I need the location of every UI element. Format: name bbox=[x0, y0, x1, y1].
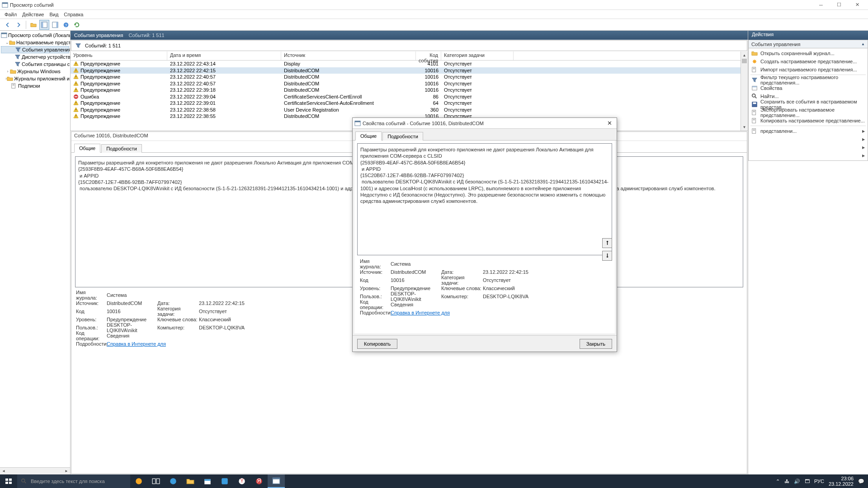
tree-hscrollbar[interactable]: ◄► bbox=[0, 467, 70, 474]
tree-item-admin-events[interactable]: События управления bbox=[22, 47, 71, 52]
tray-clock[interactable]: 23:06 23.12.2022 bbox=[829, 476, 854, 487]
table-row[interactable]: Предупреждение23.12.2022 22:40:57Distrib… bbox=[71, 80, 748, 87]
tray-lang[interactable]: РУС bbox=[814, 479, 824, 484]
col-task[interactable]: Категория задачи bbox=[441, 52, 514, 60]
dialog-close-button[interactable]: ✕ bbox=[604, 120, 615, 127]
dialog-tab-details[interactable]: Подробности bbox=[382, 132, 423, 141]
funnel-icon bbox=[14, 54, 21, 60]
col-level[interactable]: Уровень bbox=[71, 52, 167, 60]
close-button[interactable]: ✕ bbox=[848, 0, 866, 10]
actions-header: Действия bbox=[748, 31, 868, 40]
taskbar-edge[interactable] bbox=[165, 474, 182, 488]
taskbar-app-3[interactable]: Y bbox=[233, 474, 250, 488]
table-row[interactable]: Ошибка23.12.2022 22:39:04CertificateServ… bbox=[71, 94, 748, 100]
dialog-title-bar[interactable]: Свойства событий - Событие 10016, Distri… bbox=[353, 118, 617, 129]
menu-action[interactable]: Действие bbox=[19, 12, 47, 17]
help-link[interactable]: Справка в Интернете для bbox=[107, 341, 166, 347]
title-bar: Просмотр событий ─ ☐ ✕ bbox=[0, 0, 868, 10]
funnel-icon bbox=[15, 47, 21, 53]
folder-icon bbox=[10, 68, 16, 75]
menu-view[interactable]: Вид bbox=[47, 12, 61, 17]
refresh-button[interactable] bbox=[72, 20, 82, 30]
dialog-description[interactable]: Параметры разрешений для конкретного при… bbox=[357, 143, 612, 255]
col-date[interactable]: Дата и время bbox=[167, 52, 281, 60]
taskbar[interactable]: Введите здесь текст для поиска Y Я ⌃ 🖧 🔊… bbox=[0, 474, 868, 488]
prev-event-button[interactable]: 🠕 bbox=[602, 238, 612, 248]
tree-pane-toggle[interactable] bbox=[39, 20, 49, 30]
tray-battery-icon[interactable]: 🗔 bbox=[805, 479, 810, 484]
menu-file[interactable]: Файл bbox=[2, 12, 19, 17]
svg-point-28 bbox=[170, 478, 176, 484]
tree-app-logs[interactable]: Журналы приложений и сл bbox=[14, 76, 71, 81]
copy-button[interactable]: Копировать bbox=[357, 339, 397, 349]
tree-windows-logs[interactable]: Журналы Windows bbox=[17, 69, 61, 74]
folder-icon bbox=[9, 39, 15, 46]
tray-chevron-icon[interactable]: ⌃ bbox=[776, 479, 780, 484]
help-button[interactable] bbox=[61, 20, 71, 30]
dialog-help-link[interactable]: Справка в Интернете для bbox=[391, 310, 450, 315]
center-header: События управления Событий: 1 511 bbox=[71, 31, 748, 40]
svg-rect-30 bbox=[204, 479, 211, 481]
tree-root[interactable]: Просмотр событий (Локальны bbox=[8, 33, 71, 38]
taskbar-app-4[interactable]: Я bbox=[250, 474, 268, 488]
close-dialog-button[interactable]: Закрыть bbox=[580, 339, 612, 349]
actions-pane: Действия События управления▲ Открыть сох… bbox=[748, 31, 868, 474]
funnel-icon bbox=[75, 42, 81, 49]
tray-volume-icon[interactable]: 🔊 bbox=[794, 479, 800, 484]
action-item[interactable]: Экспортировать настраиваемое представлен… bbox=[749, 108, 868, 117]
taskbar-search[interactable]: Введите здесь текст для поиска bbox=[17, 474, 130, 488]
next-event-button[interactable]: 🠗 bbox=[602, 251, 612, 261]
grid-vscrollbar[interactable]: ▲ ▼ bbox=[741, 52, 748, 131]
action-item[interactable]: представлени...▶ bbox=[749, 127, 868, 135]
tree-custom-views[interactable]: Настраиваемые представлен bbox=[16, 40, 71, 45]
action-item[interactable]: ▶ bbox=[749, 151, 868, 160]
system-tray[interactable]: ⌃ 🖧 🔊 🗔 РУС 23:06 23.12.2022 💬 bbox=[772, 476, 868, 487]
action-item[interactable]: Импорт настраиваемого представления... bbox=[749, 66, 868, 74]
action-item[interactable]: ▶ bbox=[749, 143, 868, 151]
table-row[interactable]: Предупреждение23.12.2022 22:38:58User De… bbox=[71, 107, 748, 113]
center-title: События управления bbox=[74, 33, 123, 38]
notifications-icon[interactable]: 💬 bbox=[858, 479, 864, 484]
taskbar-app-2[interactable] bbox=[216, 474, 233, 488]
tree-subscriptions[interactable]: Подписки bbox=[18, 83, 40, 89]
col-source[interactable]: Источник bbox=[281, 52, 416, 60]
tool-bar bbox=[0, 19, 868, 31]
menu-help[interactable]: Справка bbox=[61, 12, 86, 17]
action-item[interactable]: Копировать настраиваемое представление..… bbox=[749, 117, 868, 125]
dialog-tab-general[interactable]: Общие bbox=[355, 131, 382, 141]
table-row[interactable]: Предупреждение23.12.2022 22:39:18Distrib… bbox=[71, 87, 748, 94]
tree-item-device-mgr[interactable]: Диспетчер устройств - / bbox=[22, 54, 71, 60]
start-button[interactable] bbox=[0, 474, 17, 488]
taskbar-app-1[interactable] bbox=[130, 474, 147, 488]
tab-general[interactable]: Общие bbox=[74, 144, 100, 153]
minimize-button[interactable]: ─ bbox=[812, 0, 830, 10]
tab-details[interactable]: Подробности bbox=[101, 144, 142, 153]
col-id[interactable]: Код события bbox=[416, 52, 441, 60]
taskbar-event-viewer[interactable] bbox=[268, 474, 285, 488]
tree-item-page-events[interactable]: События страницы сво bbox=[22, 61, 71, 67]
svg-rect-27 bbox=[156, 479, 160, 483]
maximize-button[interactable]: ☐ bbox=[830, 0, 848, 10]
tray-network-icon[interactable]: 🖧 bbox=[784, 479, 789, 484]
table-row[interactable]: Предупреждение23.12.2022 22:42:15Distrib… bbox=[71, 67, 748, 74]
taskbar-store[interactable] bbox=[199, 474, 216, 488]
action-item[interactable]: Открыть сохраненный журнал... bbox=[749, 49, 868, 57]
svg-point-25 bbox=[136, 478, 142, 484]
action-item[interactable]: Создать настраиваемое представление... bbox=[749, 57, 868, 66]
table-row[interactable]: Предупреждение23.12.2022 22:39:01Certifi… bbox=[71, 100, 748, 107]
taskbar-explorer[interactable] bbox=[182, 474, 199, 488]
nav-back-button[interactable] bbox=[3, 20, 13, 30]
filter-count: Событий: 1 511 bbox=[85, 43, 121, 48]
filter-bar: Событий: 1 511 bbox=[71, 40, 747, 51]
open-folder-button[interactable] bbox=[28, 20, 38, 30]
root-icon bbox=[1, 32, 7, 38]
actions-pane-toggle[interactable] bbox=[50, 20, 60, 30]
task-view-button[interactable] bbox=[147, 474, 165, 488]
table-row[interactable]: Предупреждение23.12.2022 22:40:57Distrib… bbox=[71, 74, 748, 80]
action-item[interactable]: Фильтр текущего настраиваемого представл… bbox=[749, 76, 868, 84]
grid-header[interactable]: Уровень Дата и время Источник Код событи… bbox=[71, 52, 748, 61]
table-row[interactable]: Предупреждение23.12.2022 22:43:14Display… bbox=[71, 61, 748, 67]
navigation-tree[interactable]: Просмотр событий (Локальны ⌄Настраиваемы… bbox=[0, 31, 71, 474]
nav-forward-button[interactable] bbox=[14, 20, 24, 30]
action-item[interactable]: ▶ bbox=[749, 135, 868, 143]
